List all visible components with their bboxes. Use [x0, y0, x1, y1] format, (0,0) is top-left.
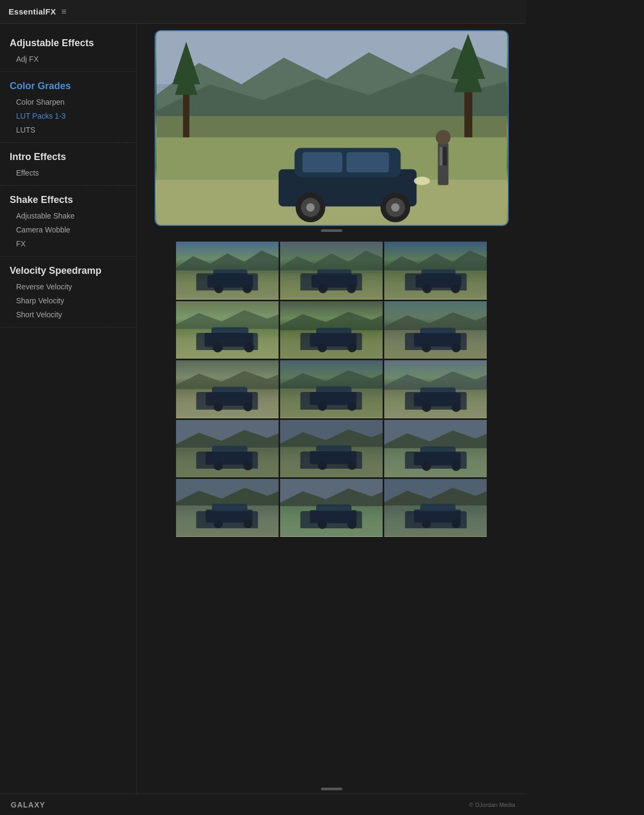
sidebar-section-title-adjustable-effects[interactable]: Adjustable Effects [0, 34, 136, 52]
thumbnail-scroll[interactable] [176, 239, 487, 784]
svg-point-57 [347, 343, 356, 352]
sidebar-item-camera-wobble[interactable]: Camera Wobble [0, 223, 136, 237]
sidebar-item-lut-packs[interactable]: LUT Packs 1-3 [0, 109, 136, 123]
svg-rect-67 [211, 387, 247, 397]
svg-point-63 [452, 343, 461, 352]
svg-rect-15 [302, 152, 342, 173]
sidebar-section-title-color-grades[interactable]: Color Grades [0, 77, 136, 95]
svg-rect-35 [280, 271, 383, 299]
main-preview [155, 30, 509, 226]
svg-point-19 [306, 203, 314, 212]
sidebar-item-adjustable-shake[interactable]: Adjustable Shake [0, 209, 136, 223]
svg-point-74 [318, 402, 327, 411]
svg-rect-106 [206, 510, 252, 522]
svg-rect-112 [280, 506, 383, 536]
svg-rect-71 [280, 389, 383, 418]
svg-rect-98 [384, 448, 487, 477]
svg-rect-53 [280, 330, 383, 358]
svg-point-33 [243, 284, 252, 293]
scroll-indicator-bottom [321, 788, 342, 790]
svg-point-108 [214, 520, 223, 529]
svg-rect-31 [213, 270, 247, 279]
svg-point-80 [422, 403, 431, 412]
sidebar-item-fx[interactable]: FX [0, 237, 136, 251]
thumbnail-5[interactable] [280, 301, 383, 359]
svg-rect-84 [176, 448, 279, 477]
svg-point-45 [451, 284, 460, 293]
sidebar-section-intro-effects: Intro Effects Effects [0, 143, 136, 186]
sidebar-section-adjustable-effects: Adjustable Effects Adj FX [0, 29, 136, 72]
svg-rect-55 [316, 328, 352, 337]
svg-rect-78 [414, 393, 460, 406]
thumbnail-1[interactable] [176, 242, 279, 300]
sidebar-section-title-shake-effects[interactable]: Shake Effects [0, 191, 136, 209]
svg-rect-54 [310, 333, 356, 346]
svg-point-25 [435, 130, 450, 145]
svg-rect-66 [206, 392, 252, 405]
thumbnail-7[interactable] [176, 360, 279, 418]
thumbnail-grid [176, 239, 487, 539]
thumbnail-6[interactable] [384, 301, 487, 359]
svg-rect-100 [420, 446, 456, 456]
thumbnail-14[interactable] [280, 479, 383, 537]
app-header: EssentialFX ≡ [0, 0, 526, 24]
svg-rect-85 [206, 452, 252, 464]
thumbnail-11[interactable] [280, 420, 383, 478]
svg-rect-37 [317, 270, 352, 279]
sidebar-section-color-grades: Color Grades Color Sharpen LUT Packs 1-3… [0, 72, 136, 143]
svg-rect-91 [280, 447, 383, 477]
svg-rect-60 [414, 333, 460, 346]
svg-point-88 [243, 461, 252, 470]
thumbnail-3[interactable] [384, 242, 487, 300]
sidebar-section-velocity-speedramp: Velocity Speedramp Reverse Velocity Shar… [0, 257, 136, 328]
thumb-image-5 [280, 301, 383, 359]
thumbnail-10[interactable] [176, 420, 279, 478]
sidebar-section-title-intro-effects[interactable]: Intro Effects [0, 148, 136, 166]
thumbnail-9[interactable] [384, 360, 487, 418]
sidebar: Adjustable Effects Adj FX Color Grades C… [0, 24, 137, 794]
svg-rect-41 [384, 271, 487, 299]
menu-icon[interactable]: ≡ [61, 7, 66, 17]
thumb-image-8 [280, 360, 383, 418]
svg-rect-114 [316, 505, 352, 514]
thumbnail-12[interactable] [384, 420, 487, 478]
svg-marker-46 [176, 310, 279, 330]
sidebar-item-reverse-velocity[interactable]: Reverse Velocity [0, 280, 136, 294]
thumb-image-6 [384, 301, 487, 359]
thumb-image-9 [384, 360, 487, 418]
thumb-image-15 [384, 479, 487, 537]
thumbnail-4[interactable] [176, 301, 279, 359]
svg-point-23 [414, 177, 430, 185]
svg-rect-92 [310, 451, 356, 464]
thumbnail-8[interactable] [280, 360, 383, 418]
svg-point-51 [244, 342, 254, 352]
svg-point-44 [422, 284, 431, 293]
svg-point-68 [214, 402, 223, 411]
svg-point-109 [243, 520, 252, 529]
thumbnail-15[interactable] [384, 479, 487, 537]
thumb-image-1 [176, 242, 279, 300]
thumb-image-14 [280, 479, 383, 537]
sidebar-section-title-velocity-speedramp[interactable]: Velocity Speedramp [0, 262, 136, 280]
main-preview-image [156, 31, 508, 225]
sidebar-item-adj-fx[interactable]: Adj FX [0, 52, 136, 66]
svg-rect-107 [211, 504, 247, 514]
svg-rect-93 [316, 445, 352, 455]
main-content: Adjustable Effects Adj FX Color Grades C… [0, 24, 526, 794]
svg-point-102 [452, 462, 461, 471]
svg-point-87 [214, 461, 223, 470]
svg-rect-65 [176, 389, 279, 418]
sidebar-item-luts[interactable]: LUTS [0, 123, 136, 137]
sidebar-item-sharp-velocity[interactable]: Sharp Velocity [0, 294, 136, 308]
sidebar-item-short-velocity[interactable]: Short Velocity [0, 308, 136, 322]
sidebar-item-effects[interactable]: Effects [0, 166, 136, 180]
thumbnail-13[interactable] [176, 479, 279, 537]
thumb-image-7 [176, 360, 279, 418]
thumb-image-10 [176, 420, 279, 478]
sidebar-item-color-sharpen[interactable]: Color Sharpen [0, 95, 136, 109]
thumb-image-2 [280, 242, 383, 300]
svg-point-122 [422, 520, 431, 529]
svg-point-38 [318, 284, 327, 293]
svg-rect-72 [310, 392, 356, 405]
thumbnail-2[interactable] [280, 242, 383, 300]
